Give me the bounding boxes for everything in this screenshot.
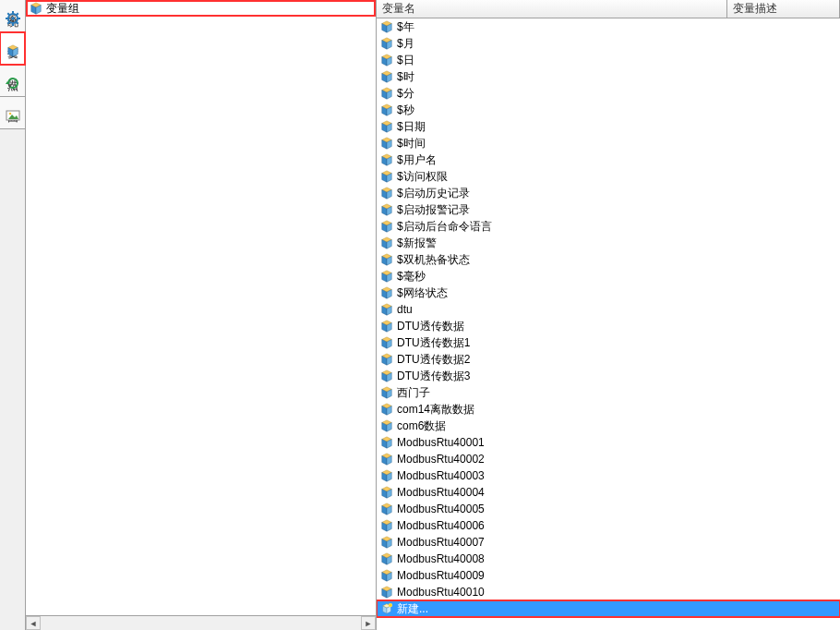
new-cube-icon	[380, 602, 393, 615]
cube-icon	[380, 220, 393, 233]
list-item[interactable]: DTU透传数据1	[377, 334, 840, 351]
list-item-label: $年	[397, 19, 414, 35]
list-item[interactable]: $新报警	[377, 235, 840, 251]
list-item[interactable]: ModbusRtu40006	[377, 517, 840, 534]
list-item[interactable]: com14离散数据	[377, 401, 840, 418]
list-item[interactable]: $月	[377, 35, 840, 52]
list-item[interactable]: DTU透传数据	[377, 318, 840, 334]
cube-icon	[380, 303, 393, 316]
cube-icon	[380, 419, 393, 432]
cube-icon	[380, 320, 393, 333]
cube-icon	[380, 120, 393, 133]
list-item-label: $毫秒	[397, 269, 426, 285]
sidebar-tab-label: 画面	[6, 103, 18, 104]
sidebar-tab-cube[interactable]: 变量	[0, 32, 25, 65]
list-item-label: $日期	[397, 119, 426, 135]
list-item[interactable]: ModbusRtu40002	[377, 451, 840, 467]
cube-icon	[380, 170, 393, 183]
cube-icon	[380, 569, 393, 582]
cube-icon	[380, 20, 393, 33]
column-header-name-label: 变量名	[382, 1, 415, 17]
list-item-label: DTU透传数据2	[397, 352, 470, 368]
list-item[interactable]: ModbusRtu40005	[377, 501, 840, 517]
list-item[interactable]: $用户名	[377, 151, 840, 168]
cube-icon	[380, 386, 393, 399]
list-item[interactable]: $分	[377, 85, 840, 102]
cube-icon	[380, 503, 393, 515]
sidebar-tab-label: 系统	[6, 6, 18, 7]
cube-icon	[380, 370, 393, 382]
svg-line-8	[7, 22, 9, 24]
list-item[interactable]: $双机热备状态	[377, 251, 840, 268]
list-item[interactable]: ModbusRtu40009	[377, 567, 840, 584]
cube-icon	[380, 70, 393, 83]
list-item[interactable]: $网络状态	[377, 285, 840, 301]
list-item[interactable]: ModbusRtu40008	[377, 551, 840, 567]
list-item-label: dtu	[397, 303, 413, 316]
list-item-new[interactable]: 新建...	[377, 600, 840, 617]
horizontal-scrollbar[interactable]: ◄ ►	[26, 615, 376, 630]
variable-list-body[interactable]: $年 $月 $日 $时 $分 $秒 $日期 $时间 $用户名 $访问权限	[377, 18, 840, 630]
list-item[interactable]: ModbusRtu40001	[377, 434, 840, 451]
list-item-label: com6数据	[397, 418, 446, 434]
svg-line-9	[16, 13, 18, 15]
list-item[interactable]: 西门子	[377, 384, 840, 401]
list-item[interactable]: $启动报警记录	[377, 201, 840, 218]
column-header-name[interactable]: 变量名	[377, 0, 727, 18]
list-item[interactable]: ModbusRtu40004	[377, 484, 840, 501]
cube-icon	[380, 37, 393, 50]
cube-icon	[380, 453, 393, 466]
list-item-label: ModbusRtu40003	[397, 469, 485, 482]
tree-root-label: 变量组	[46, 1, 79, 17]
sidebar-tab-refresh[interactable]: 站点	[0, 65, 25, 97]
list-item-label: $日	[397, 53, 414, 68]
column-header-desc-label: 变量描述	[733, 1, 777, 17]
column-headers: 变量名 变量描述	[377, 0, 840, 18]
cube-icon	[380, 403, 393, 416]
column-header-desc[interactable]: 变量描述	[727, 0, 840, 18]
cube-icon	[380, 353, 393, 366]
list-item[interactable]: ModbusRtu40007	[377, 534, 840, 551]
list-item[interactable]: $访问权限	[377, 168, 840, 185]
scroll-right-button[interactable]: ►	[361, 616, 376, 630]
list-item-label: ModbusRtu40002	[397, 453, 485, 466]
list-item[interactable]: $时	[377, 68, 840, 85]
list-item[interactable]: $时间	[377, 135, 840, 151]
cube-icon	[380, 336, 393, 349]
list-item-label: ModbusRtu40006	[397, 519, 485, 532]
list-item[interactable]: DTU透传数据2	[377, 351, 840, 368]
list-item[interactable]: ModbusRtu40010	[377, 584, 840, 600]
cube-icon	[380, 552, 393, 565]
list-item[interactable]: dtu	[377, 301, 840, 318]
list-item[interactable]: com6数据	[377, 418, 840, 434]
cube-icon	[380, 153, 393, 166]
cube-icon	[380, 536, 393, 549]
list-item[interactable]: DTU透传数据3	[377, 368, 840, 384]
list-item[interactable]: $日期	[377, 118, 840, 135]
list-item[interactable]: $秒	[377, 102, 840, 118]
sidebar-tab-gear[interactable]: 系统	[0, 0, 25, 32]
sidebar-tab-label: 变量	[6, 38, 18, 40]
list-item[interactable]: $日	[377, 52, 840, 68]
list-item[interactable]: $毫秒	[377, 268, 840, 285]
cube-icon	[6, 43, 20, 58]
sidebar-tab-strip: 系统变量 站点画面	[0, 0, 26, 630]
list-item[interactable]: $启动历史记录	[377, 185, 840, 201]
cube-icon	[380, 187, 393, 200]
cube-icon	[380, 103, 393, 116]
tree-root-node[interactable]: 变量组	[26, 0, 376, 17]
scroll-left-button[interactable]: ◄	[26, 616, 41, 630]
list-item-label: 西门子	[397, 385, 430, 401]
list-item[interactable]: $启动后台命令语言	[377, 218, 840, 235]
svg-point-1	[11, 17, 15, 20]
list-item[interactable]: ModbusRtu40003	[377, 467, 840, 484]
cube-icon	[380, 54, 393, 67]
list-item-label: $时间	[397, 136, 426, 151]
cube-icon	[380, 87, 393, 100]
list-item-label: $月	[397, 36, 414, 52]
sidebar-tab-image[interactable]: 画面	[0, 97, 25, 129]
left-tree-panel: 变量组 ◄ ►	[26, 0, 377, 630]
list-item[interactable]: $年	[377, 18, 840, 35]
gear-icon	[6, 11, 20, 26]
list-item-label: $启动后台命令语言	[397, 219, 492, 235]
